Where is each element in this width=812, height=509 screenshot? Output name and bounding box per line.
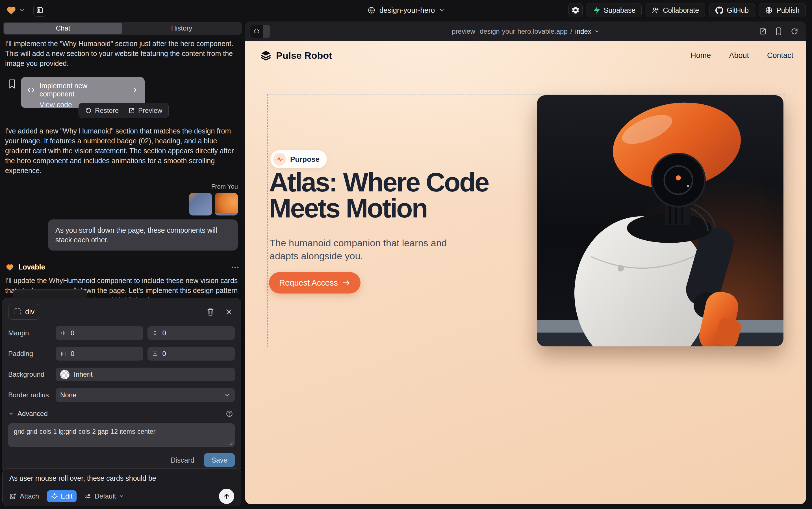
- purpose-badge[interactable]: Purpose: [270, 150, 327, 168]
- workspace-chevron-down-icon[interactable]: [19, 7, 25, 13]
- chat-panel: Chat History I'll implement the "Why Hum…: [0, 20, 245, 509]
- code-view-toggle[interactable]: [250, 25, 270, 38]
- margin-x-input[interactable]: 0: [56, 326, 143, 340]
- preview-host: preview--design-your-hero.lovable.app: [452, 27, 567, 35]
- border-radius-select[interactable]: None: [56, 388, 235, 402]
- arrow-up-icon: [223, 493, 230, 500]
- background-label: Background: [8, 370, 56, 378]
- discard-button[interactable]: Discard: [170, 456, 194, 464]
- padding-x-input[interactable]: 0: [56, 347, 143, 361]
- preview-toggle-segment: [263, 25, 270, 38]
- gear-icon: [571, 6, 580, 14]
- lovable-logo[interactable]: [6, 5, 16, 15]
- padding-label: Padding: [8, 350, 56, 358]
- user-attachments: From You: [3, 183, 242, 215]
- message-menu-button[interactable]: [231, 266, 239, 268]
- github-button[interactable]: GitHub: [709, 3, 755, 17]
- preview-page: index: [575, 27, 591, 35]
- preview-button[interactable]: Preview: [128, 107, 162, 114]
- component-card-title: Implement new component: [40, 82, 123, 98]
- refresh-icon: [790, 27, 799, 35]
- edit-mode-button[interactable]: Edit: [47, 490, 77, 502]
- padding-vertical-icon: [152, 351, 158, 357]
- project-switcher[interactable]: design-your-hero: [368, 6, 445, 15]
- chevron-right-icon: [132, 87, 139, 93]
- tab-chat[interactable]: Chat: [4, 23, 122, 34]
- arrow-right-icon: [342, 279, 350, 286]
- help-icon[interactable]: [226, 410, 235, 417]
- attachment-thumbnail-orange[interactable]: [215, 193, 238, 215]
- publish-globe-icon: [765, 6, 773, 14]
- close-icon: [225, 308, 232, 315]
- user-plus-icon: [652, 6, 659, 14]
- nav-link-home[interactable]: Home: [691, 51, 711, 60]
- settings-button[interactable]: [568, 3, 583, 17]
- request-access-button[interactable]: Request Access: [269, 272, 361, 294]
- restore-button[interactable]: Restore: [85, 107, 119, 114]
- chevron-down-icon: [594, 29, 599, 34]
- advanced-section-toggle[interactable]: Advanced: [8, 410, 235, 418]
- mode-select[interactable]: Default: [84, 492, 124, 500]
- from-you-label: From You: [211, 183, 238, 190]
- attach-image-icon: [9, 493, 17, 500]
- close-inspector-button[interactable]: [225, 308, 232, 315]
- lovable-heart-icon: [6, 263, 14, 271]
- mobile-view-button[interactable]: [775, 27, 782, 36]
- supabase-icon: [593, 6, 600, 14]
- chat-history-tabs: Chat History: [3, 22, 242, 35]
- tab-history[interactable]: History: [122, 23, 241, 34]
- hero-robot-image: [537, 95, 783, 346]
- send-button[interactable]: [219, 489, 234, 504]
- component-card-row: Implement new component View code Restor…: [3, 77, 242, 119]
- assistant-header: Lovable: [3, 263, 242, 271]
- code-icon: [27, 87, 35, 93]
- hero-subtitle: The humanoid companion that learns and a…: [269, 236, 462, 263]
- bookmark-icon[interactable]: [8, 79, 16, 89]
- selected-element-chip[interactable]: div: [8, 304, 40, 319]
- app-topbar: design-your-hero Supabase Collaborate Gi…: [0, 0, 812, 20]
- external-link-icon: [128, 107, 135, 114]
- margin-horizontal-icon: [60, 330, 66, 336]
- assistant-message: I'll implement the "Why Humanoid" sectio…: [3, 39, 242, 68]
- supabase-button[interactable]: Supabase: [587, 3, 642, 17]
- collaborate-button[interactable]: Collaborate: [645, 3, 705, 17]
- site-brand[interactable]: Pulse Robot: [260, 50, 332, 61]
- background-input[interactable]: Inherit: [56, 368, 235, 381]
- sliders-icon: [84, 493, 91, 500]
- pulse-icon: [273, 153, 286, 166]
- assistant-message: I've added a new "Why Humanoid" section …: [3, 126, 242, 176]
- nav-link-contact[interactable]: Contact: [767, 51, 793, 60]
- padding-y-input[interactable]: 0: [147, 347, 235, 361]
- attach-button[interactable]: Attach: [9, 492, 39, 500]
- nav-link-about[interactable]: About: [729, 51, 749, 60]
- chevron-down-icon: [8, 411, 14, 416]
- code-icon: [250, 25, 263, 38]
- save-button[interactable]: Save: [204, 453, 235, 467]
- resize-handle[interactable]: [229, 442, 233, 446]
- chevron-down-icon: [224, 392, 230, 398]
- refresh-button[interactable]: [790, 27, 799, 35]
- padding-horizontal-icon: [60, 351, 66, 357]
- chat-input[interactable]: As user mouse roll over, these cards sho…: [9, 474, 234, 482]
- panel-left-icon: [36, 6, 44, 14]
- publish-button[interactable]: Publish: [759, 3, 806, 17]
- hero-heading: Atlas: Where Code Meets Motion: [269, 169, 546, 221]
- open-external-button[interactable]: [759, 27, 767, 35]
- sidebar-toggle-button[interactable]: [33, 4, 46, 17]
- chevron-down-icon: [119, 494, 124, 499]
- element-inspector-panel: div Margin 0 0: [2, 298, 241, 472]
- margin-y-input[interactable]: 0: [147, 326, 235, 340]
- site-brand-name: Pulse Robot: [276, 50, 332, 61]
- border-radius-label: Border radius: [8, 391, 56, 399]
- delete-element-button[interactable]: [207, 308, 215, 316]
- attachment-thumbnail-blue[interactable]: [189, 193, 212, 215]
- preview-panel: preview--design-your-hero.lovable.app / …: [245, 22, 806, 504]
- external-link-icon: [759, 27, 767, 35]
- version-actions: Restore Preview: [79, 103, 169, 118]
- trash-icon: [207, 308, 215, 316]
- site-preview: Pulse Robot Home About Contact Purpose A…: [245, 41, 806, 504]
- classes-textarea[interactable]: grid grid-cols-1 lg:grid-cols-2 gap-12 i…: [8, 423, 235, 447]
- project-chevron-down-icon: [439, 7, 444, 13]
- preview-url-bar[interactable]: preview--design-your-hero.lovable.app / …: [452, 27, 599, 35]
- element-tag: div: [25, 307, 34, 316]
